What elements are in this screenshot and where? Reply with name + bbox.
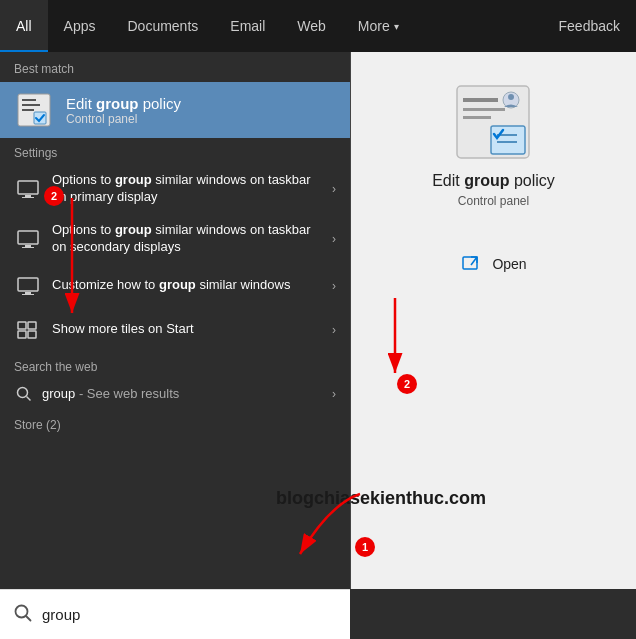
search-icon	[14, 384, 34, 404]
svg-rect-14	[18, 322, 26, 329]
svg-rect-7	[22, 197, 34, 198]
settings-section-label: Settings	[0, 138, 350, 164]
svg-rect-3	[22, 109, 34, 111]
monitor-icon	[14, 225, 42, 253]
svg-rect-8	[18, 231, 38, 244]
nav-all[interactable]: All	[0, 0, 48, 52]
nav-feedback-label: Feedback	[559, 18, 620, 34]
svg-rect-21	[463, 98, 498, 102]
svg-rect-6	[25, 195, 31, 197]
chevron-right-icon: ›	[332, 232, 336, 246]
svg-rect-1	[22, 99, 36, 101]
best-match-item[interactable]: Edit group policy Control panel	[0, 82, 350, 138]
svg-line-32	[26, 616, 31, 621]
open-label: Open	[492, 256, 526, 272]
best-match-subtitle: Control panel	[66, 112, 181, 126]
right-app-icon	[453, 82, 533, 162]
svg-rect-24	[491, 126, 525, 154]
nav-documents-label: Documents	[127, 18, 198, 34]
svg-rect-17	[28, 331, 36, 338]
nav-web[interactable]: Web	[281, 0, 342, 52]
right-icon-area: Edit group policy Control panel	[432, 82, 555, 208]
nav-feedback[interactable]: Feedback	[543, 0, 636, 52]
right-title: Edit group policy	[432, 172, 555, 190]
svg-line-19	[27, 396, 31, 400]
search-bar: group	[0, 589, 350, 639]
badge-1: 1	[355, 537, 375, 557]
policy-icon	[14, 90, 54, 130]
svg-rect-11	[18, 278, 38, 291]
list-item[interactable]: Show more tiles on Start ›	[0, 308, 350, 352]
nav-email[interactable]: Email	[214, 0, 281, 52]
chevron-down-icon: ▾	[394, 21, 399, 32]
svg-line-30	[471, 257, 477, 265]
search-input[interactable]: group	[42, 606, 336, 623]
web-item-suffix: - See web results	[79, 386, 179, 401]
nav-apps-label: Apps	[64, 18, 96, 34]
chevron-right-icon: ›	[332, 387, 336, 401]
monitor-icon	[14, 175, 42, 203]
nav-more-label: More	[358, 18, 390, 34]
svg-rect-13	[22, 294, 34, 295]
badge-2-left: 2	[44, 186, 64, 206]
monitor-icon	[14, 272, 42, 300]
svg-point-18	[18, 387, 28, 397]
best-match-text: Edit group policy Control panel	[66, 95, 181, 126]
right-subtitle: Control panel	[458, 194, 529, 208]
nav-web-label: Web	[297, 18, 326, 34]
watermark: blogchiasekienthuc.com	[276, 488, 486, 509]
nav-email-label: Email	[230, 18, 265, 34]
svg-rect-23	[463, 116, 491, 119]
svg-rect-15	[28, 322, 36, 329]
search-icon	[14, 604, 32, 626]
best-match-title: Edit group policy	[66, 95, 181, 112]
web-section-label: Search the web	[0, 352, 350, 378]
top-nav: All Apps Documents Email Web More ▾ Feed…	[0, 0, 636, 52]
svg-rect-9	[25, 245, 31, 247]
open-button[interactable]: Open	[460, 252, 526, 276]
best-match-label: Best match	[0, 52, 350, 82]
grid-icon	[14, 316, 42, 344]
svg-rect-12	[25, 292, 31, 294]
svg-rect-16	[18, 331, 26, 338]
chevron-right-icon: ›	[332, 279, 336, 293]
badge-2-right: 2	[397, 374, 417, 394]
svg-rect-2	[22, 104, 40, 106]
list-item-text: Options to group similar windows on task…	[52, 222, 326, 256]
nav-more[interactable]: More ▾	[342, 0, 415, 52]
list-item[interactable]: Options to group similar windows on task…	[0, 214, 350, 264]
list-item-text: Show more tiles on Start	[52, 321, 326, 338]
nav-all-label: All	[16, 18, 32, 34]
list-item-text: Customize how to group similar windows	[52, 277, 326, 294]
chevron-right-icon: ›	[332, 323, 336, 337]
web-item-text: group - See web results	[42, 386, 179, 401]
web-item[interactable]: group - See web results ›	[0, 378, 350, 410]
svg-rect-22	[463, 108, 505, 111]
nav-apps[interactable]: Apps	[48, 0, 112, 52]
list-item[interactable]: Customize how to group similar windows ›	[0, 264, 350, 308]
open-icon	[460, 252, 484, 276]
svg-point-28	[508, 94, 514, 100]
store-section-label: Store (2)	[0, 410, 350, 436]
svg-rect-10	[22, 247, 34, 248]
nav-documents[interactable]: Documents	[111, 0, 214, 52]
svg-rect-5	[18, 181, 38, 194]
chevron-right-icon: ›	[332, 182, 336, 196]
list-item-text: Options to group similar windows on task…	[52, 172, 326, 206]
